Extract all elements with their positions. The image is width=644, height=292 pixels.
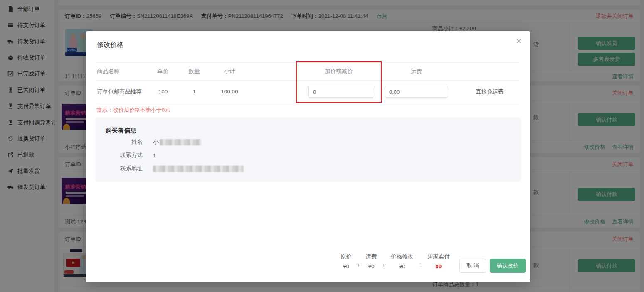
- freight-input[interactable]: [385, 86, 448, 98]
- close-icon[interactable]: ✕: [516, 37, 522, 46]
- buyer-address-row: 联系地址: [95, 165, 244, 172]
- col-header-quantity: 数量: [180, 62, 209, 80]
- price-modify-label: 价格修改: [391, 253, 413, 260]
- col-header-freight: 运费: [385, 62, 448, 80]
- price-tip-text: 提示：改价后价格不能小于0元: [97, 106, 170, 114]
- buyer-name-row: 姓名 小: [95, 138, 201, 146]
- name-redacted-blur: [160, 139, 201, 145]
- cell-product-name: 订单包邮商品推荐: [97, 80, 146, 103]
- contact-label: 联系方式: [95, 152, 143, 159]
- table-border: [97, 103, 519, 103]
- buyer-pay-item: 买家实付 ¥0: [427, 253, 450, 270]
- col-header-adjust-price: 加价或减价: [296, 62, 382, 80]
- buyer-info-panel: 购买者信息 姓名 小 联系方式 1 联系地址: [95, 118, 521, 182]
- modify-price-dialog: 修改价格 ✕ 商品名称 单价 数量 小计 加价或减价 运费 订单包邮商品推荐 1…: [86, 31, 530, 282]
- price-modify-value: ¥0: [399, 263, 405, 270]
- col-header-product-name: 商品名称: [97, 62, 146, 80]
- original-price-label: 原价: [341, 253, 352, 260]
- adjust-price-input[interactable]: [308, 86, 373, 98]
- cancel-button[interactable]: 取 消: [459, 259, 486, 273]
- equals-operator: =: [419, 253, 422, 268]
- price-summary: 原价 ¥0 + 运费 ¥0 + 价格修改 ¥0 = 买家实付 ¥0: [341, 253, 450, 270]
- buyer-contact-row: 联系方式 1: [95, 152, 156, 159]
- dialog-title: 修改价格: [97, 41, 123, 49]
- cell-unit-price: 100: [146, 80, 180, 103]
- freight-label: 运费: [366, 253, 377, 260]
- name-visible-part: 小: [153, 138, 159, 146]
- col-header-subtotal: 小计: [209, 62, 250, 80]
- price-modify-item: 价格修改 ¥0: [391, 253, 413, 270]
- name-label: 姓名: [95, 138, 143, 146]
- cell-subtotal: 100.00: [209, 80, 250, 103]
- original-price-item: 原价 ¥0: [341, 253, 352, 270]
- freight-item: 运费 ¥0: [366, 253, 377, 270]
- name-value: 小: [153, 138, 201, 146]
- plus-operator: +: [382, 253, 386, 268]
- buyer-pay-value: ¥0: [435, 263, 442, 270]
- address-redacted-blur: [153, 166, 244, 172]
- plus-operator: +: [357, 253, 360, 268]
- freight-value: ¥0: [368, 263, 375, 270]
- col-header-unit-price: 单价: [146, 62, 180, 80]
- buyer-pay-label: 买家实付: [427, 253, 450, 260]
- original-price-value: ¥0: [343, 263, 349, 270]
- contact-value: 1: [153, 152, 156, 159]
- address-label: 联系地址: [95, 165, 143, 172]
- address-value: [153, 166, 244, 172]
- confirm-modify-price-button[interactable]: 确认改价: [490, 259, 526, 273]
- free-shipping-button[interactable]: 直接免运费: [460, 80, 519, 103]
- cell-quantity: 1: [180, 80, 209, 103]
- buyer-info-title: 购买者信息: [105, 127, 136, 135]
